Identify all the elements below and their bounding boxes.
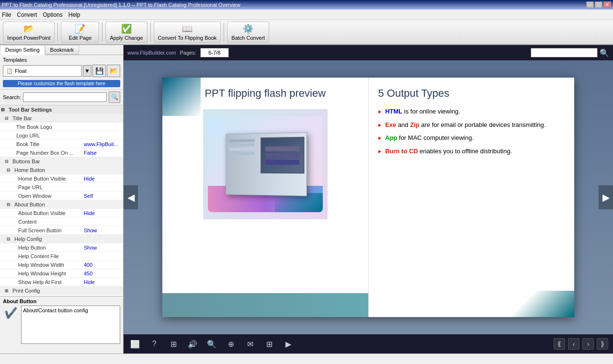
tree-row[interactable]: Open Window Self	[0, 192, 123, 200]
expand-icon[interactable]: ⊟	[7, 168, 12, 172]
prev-page-button[interactable]: ‹	[568, 338, 579, 350]
convert-label: Convert To Flipping Book	[158, 35, 217, 41]
output-list: ▸ HTML is for online viewing. ▸ Exe and …	[378, 107, 546, 159]
menu-options[interactable]: Options	[43, 11, 62, 18]
customize-bar[interactable]: Please customize the flash template here	[3, 80, 120, 87]
template-open-button[interactable]: 📂	[107, 65, 120, 77]
help-button[interactable]: ?	[148, 337, 161, 351]
search-icon: 🔍	[111, 94, 118, 101]
menu-file[interactable]: File	[2, 11, 11, 18]
bottom-text-area: About/Contact button config	[21, 306, 120, 344]
bookmark-tab[interactable]: Bookmark	[45, 45, 79, 55]
play-button[interactable]: ▶	[282, 337, 295, 351]
tree-row[interactable]: About Button Visible Hide	[0, 209, 123, 217]
grid-button[interactable]: ⊞	[262, 337, 276, 351]
sound-button[interactable]: 🔊	[186, 337, 199, 351]
output-item-app: ▸ App for MAC computer viewing.	[378, 133, 546, 143]
tree-row[interactable]: Help Window Height 450	[0, 269, 123, 278]
viewer-toolbar: www.FlipBuilder.com Pages: 🔍	[124, 45, 613, 60]
tree-row[interactable]: Book Title www.FlipBuil...	[0, 140, 123, 148]
bottom-text: About/Contact button config	[23, 307, 88, 313]
title-bar-controls[interactable]: ─ □ ✕	[586, 1, 611, 8]
design-setting-tab[interactable]: Design Setting	[0, 45, 45, 55]
batch-label: Batch Convert	[231, 35, 265, 41]
output-item-burn: ▸ Burn to CD enables you to offline dist…	[378, 147, 546, 156]
nav-left-button[interactable]: ◀	[124, 185, 138, 209]
keyword-burn: Burn to CD	[385, 148, 418, 155]
close-button[interactable]: ✕	[603, 1, 611, 8]
search-input[interactable]	[23, 92, 107, 102]
email-button[interactable]: ✉	[243, 337, 257, 351]
expand-icon[interactable]: ⊞	[5, 288, 11, 293]
tree-row[interactable]: Help Window Width 400	[0, 261, 123, 269]
apply-change-button[interactable]: ✅ Apply Change	[105, 22, 147, 43]
tree-row[interactable]: Full Screen Button Show	[0, 226, 123, 235]
tree-row[interactable]: ⊟ Title Bar	[0, 114, 123, 123]
expand-icon[interactable]: ⊟	[5, 116, 11, 121]
expand-icon[interactable]: ⊟	[5, 159, 11, 164]
apply-label: Apply Change	[110, 35, 143, 41]
exe-text: are for email or portable devices transm…	[421, 121, 545, 128]
template-selector: 📋 Float ▼ 💾 📂	[3, 65, 120, 77]
template-arrow-button[interactable]: ▼	[83, 65, 91, 77]
title-bar: PPT to Flash Catalog Professional [Unreg…	[0, 0, 613, 10]
burn-text: enables you to offline distributing.	[420, 148, 512, 155]
template-save-button[interactable]: 💾	[92, 65, 106, 77]
bullet-2: ▸	[378, 121, 382, 128]
toolbar-separator-1	[57, 23, 58, 42]
expand-icon[interactable]: ⊟	[7, 237, 12, 241]
first-page-button[interactable]: ⟪	[554, 338, 565, 350]
panel-tabs: Design Setting Bookmark	[0, 45, 123, 55]
tree-row[interactable]: ⊟ Buttons Bar	[0, 157, 123, 166]
expand-icon[interactable]: ⊟	[1, 107, 7, 112]
convert-flipping-book-button[interactable]: 📖 Convert To Flipping Book	[154, 22, 221, 43]
tree-row[interactable]: Content	[0, 217, 123, 226]
template-dropdown-button[interactable]: 📋 Float	[3, 65, 82, 77]
tree-row[interactable]: Show Help At First Hide	[0, 278, 123, 286]
book-right-page: 5 Output Types ▸ HTML is for online view…	[368, 78, 575, 317]
menu-help[interactable]: Help	[68, 11, 80, 18]
tree-row[interactable]: Home Button Visible Hide	[0, 174, 123, 183]
last-page-button[interactable]: ⟫	[597, 338, 608, 350]
toolbar-separator-2	[102, 23, 102, 42]
maximize-button[interactable]: □	[595, 1, 602, 8]
edit-icon: 📝	[75, 23, 85, 34]
fullscreen-button[interactable]: ⬜	[128, 337, 142, 351]
thumbnail-button[interactable]: ⊞	[167, 337, 180, 351]
template-float-icon: 📋	[6, 68, 13, 74]
tree-row[interactable]: The Book Logo	[0, 123, 123, 131]
batch-convert-button[interactable]: ⚙️ Batch Convert	[227, 22, 269, 43]
pages-input[interactable]	[200, 48, 229, 57]
import-powerpoint-button[interactable]: 📂 Import PowerPoint	[3, 22, 55, 43]
import-icon: 📂	[23, 23, 34, 34]
bottom-icon: ✔️	[3, 306, 18, 321]
expand-icon[interactable]: ⊟	[7, 202, 12, 207]
bottom-panel: About Button ✔️ About/Contact button con…	[0, 296, 123, 353]
viewer-search-icon[interactable]: 🔍	[600, 48, 609, 57]
status-bar	[0, 353, 613, 364]
tree-row[interactable]: ⊟ Help Config	[0, 235, 123, 243]
tree-row[interactable]: Page Number Box On ... False	[0, 148, 123, 157]
minimize-button[interactable]: ─	[586, 1, 594, 8]
tree-row[interactable]: Help Content File	[0, 252, 123, 261]
zoom-in-button[interactable]: ⊕	[224, 337, 238, 351]
tree-row[interactable]: ⊟ Home Button	[0, 166, 123, 174]
nav-right-button[interactable]: ▶	[599, 185, 613, 209]
menu-convert[interactable]: Convert	[17, 11, 37, 18]
zoom-out-button[interactable]: 🔍	[205, 337, 218, 351]
toolbar: 📂 Import PowerPoint 📝 Edit Page ✅ Apply …	[0, 20, 613, 45]
tree-row[interactable]: ⊟ About Button	[0, 200, 123, 209]
tree-row[interactable]: ⊞ Print Config	[0, 286, 123, 295]
main-layout: Design Setting Bookmark Templates 📋 Floa…	[0, 45, 613, 353]
keyword-zip: Zip	[410, 121, 420, 128]
search-go-button[interactable]: 🔍	[109, 91, 120, 103]
viewer-search-input[interactable]	[531, 48, 598, 57]
edit-page-button[interactable]: 📝 Edit Page	[61, 22, 99, 43]
settings-tree: ⊟ Tool Bar Settings ⊟ Title Bar The Book…	[0, 105, 123, 296]
tree-row[interactable]: Help Button Show	[0, 243, 123, 252]
tree-row[interactable]: Page URL	[0, 183, 123, 192]
bottom-panel-label: About Button	[3, 298, 120, 304]
tree-row[interactable]: ⊟ Tool Bar Settings	[0, 105, 123, 114]
tree-row[interactable]: Logo URL	[0, 131, 123, 140]
next-page-button[interactable]: ›	[582, 338, 594, 350]
